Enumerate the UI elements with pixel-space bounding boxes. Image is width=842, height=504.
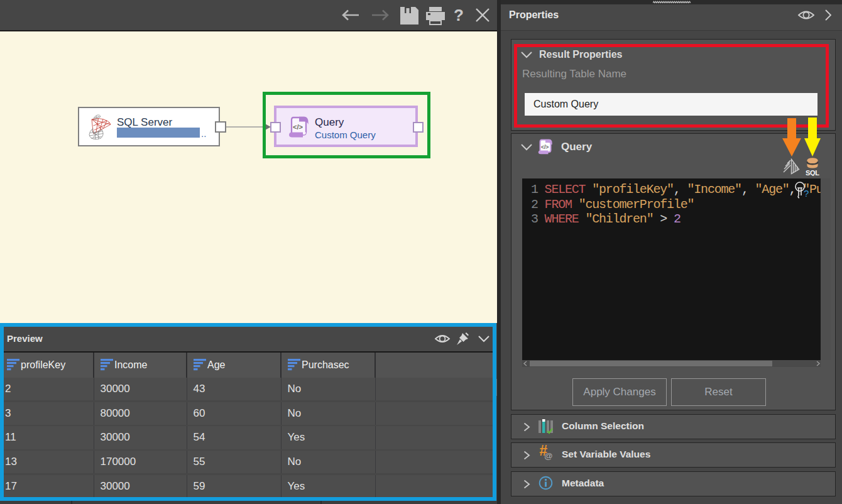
svg-text:?: ?: [454, 6, 464, 25]
svg-text:?: ?: [804, 188, 809, 199]
svg-text:SQL: SQL: [806, 169, 819, 177]
svg-text:</>: </>: [541, 144, 549, 150]
svg-text:</>: </>: [293, 123, 303, 131]
